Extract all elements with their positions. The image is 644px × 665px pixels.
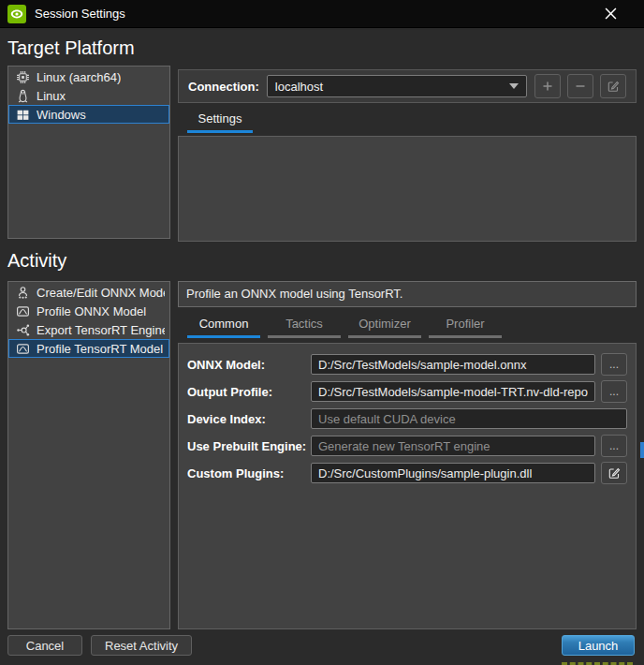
connection-group: Connection: localhost bbox=[178, 69, 637, 103]
custom-plugins-label: Custom Plugins: bbox=[187, 466, 311, 480]
target-platform-heading: Target Platform bbox=[7, 37, 135, 59]
close-icon[interactable] bbox=[592, 0, 629, 28]
launch-button[interactable]: Launch bbox=[562, 635, 635, 656]
network-graph-icon bbox=[16, 323, 30, 337]
connection-value: localhost bbox=[275, 80, 323, 94]
activity-detail-tabbar: Common Tactics Optimizer Profiler bbox=[178, 313, 509, 338]
onnx-model-input[interactable] bbox=[311, 354, 595, 375]
platform-item-linux-aarch64[interactable]: Linux (aarch64) bbox=[8, 67, 169, 86]
windows-icon bbox=[16, 108, 30, 122]
dropdown-caret-icon bbox=[509, 83, 519, 89]
cancel-button[interactable]: Cancel bbox=[7, 635, 82, 656]
prebuilt-engine-browse-button[interactable]: ... bbox=[601, 435, 627, 457]
activity-item-label: Create/Edit ONNX Models bbox=[37, 286, 165, 300]
tab-profiler[interactable]: Profiler bbox=[429, 313, 502, 338]
nvidia-logo-icon bbox=[7, 5, 26, 23]
custom-plugins-edit-button[interactable] bbox=[601, 462, 627, 484]
background-window-sliver bbox=[640, 442, 644, 458]
output-profile-row: Output Profile: ... bbox=[187, 380, 627, 403]
settings-tabbar: Settings bbox=[178, 108, 260, 133]
custom-plugins-input[interactable] bbox=[311, 463, 595, 483]
tab-tactics[interactable]: Tactics bbox=[268, 313, 341, 338]
device-index-input[interactable] bbox=[311, 408, 627, 429]
activity-item-profile-onnx[interactable]: Profile ONNX Model bbox=[8, 302, 169, 320]
prebuilt-engine-row: Use Prebuilt Engine: ... bbox=[187, 435, 627, 457]
tab-settings[interactable]: Settings bbox=[187, 108, 253, 133]
profile-chart-icon bbox=[16, 304, 30, 318]
tab-common[interactable]: Common bbox=[187, 313, 260, 338]
activity-item-create-edit-onnx[interactable]: Create/Edit ONNX Models bbox=[8, 283, 169, 302]
platform-item-label: Windows bbox=[37, 108, 86, 122]
platform-item-label: Linux bbox=[37, 89, 66, 103]
prebuilt-engine-label: Use Prebuilt Engine: bbox=[187, 439, 311, 453]
activity-heading: Activity bbox=[7, 250, 66, 272]
settings-panel bbox=[178, 136, 637, 242]
output-profile-label: Output Profile: bbox=[187, 385, 311, 399]
activity-item-label: Profile ONNX Model bbox=[37, 304, 146, 318]
reset-activity-button[interactable]: Reset Activity bbox=[91, 635, 192, 656]
output-profile-browse-button[interactable]: ... bbox=[601, 380, 627, 403]
device-index-row: Device Index: bbox=[187, 407, 627, 430]
activity-item-profile-tensorrt[interactable]: Profile TensorRT Model bbox=[8, 339, 169, 358]
custom-plugins-row: Custom Plugins: bbox=[187, 462, 627, 484]
device-index-label: Device Index: bbox=[187, 412, 311, 426]
window-title: Session Settings bbox=[35, 7, 125, 21]
target-platform-list: Linux (aarch64) Linux Windows bbox=[7, 66, 170, 239]
activity-form-panel: ONNX Model: ... Output Profile: ... Devi… bbox=[178, 343, 637, 629]
cpu-icon bbox=[16, 70, 30, 84]
activity-item-label: Export TensorRT Engine bbox=[37, 323, 165, 337]
output-profile-input[interactable] bbox=[311, 381, 595, 402]
connection-dropdown[interactable]: localhost bbox=[267, 75, 527, 97]
activity-list: Create/Edit ONNX Models Profile ONNX Mod… bbox=[7, 281, 170, 629]
platform-item-linux[interactable]: Linux bbox=[8, 86, 169, 105]
activity-item-export-tensorrt[interactable]: Export TensorRT Engine bbox=[8, 320, 169, 339]
edit-icon bbox=[607, 466, 621, 480]
titlebar: Session Settings bbox=[0, 0, 644, 28]
prebuilt-engine-input[interactable] bbox=[311, 436, 595, 456]
add-connection-button[interactable] bbox=[534, 74, 561, 98]
edit-connection-button[interactable] bbox=[600, 74, 626, 98]
activity-item-label: Profile TensorRT Model bbox=[37, 342, 163, 356]
activity-description: Profile an ONNX model using TensorRT. bbox=[178, 281, 637, 307]
platform-item-label: Linux (aarch64) bbox=[37, 70, 121, 84]
person-network-icon bbox=[16, 286, 30, 300]
connection-label: Connection: bbox=[188, 80, 259, 94]
platform-item-windows[interactable]: Windows bbox=[8, 105, 169, 124]
onnx-model-label: ONNX Model: bbox=[187, 358, 311, 372]
remove-connection-button[interactable] bbox=[567, 74, 593, 98]
linux-penguin-icon bbox=[16, 89, 30, 103]
profile-chart-icon bbox=[16, 342, 30, 356]
tab-optimizer[interactable]: Optimizer bbox=[348, 313, 421, 338]
onnx-model-browse-button[interactable]: ... bbox=[601, 353, 627, 376]
onnx-model-row: ONNX Model: ... bbox=[187, 353, 627, 376]
